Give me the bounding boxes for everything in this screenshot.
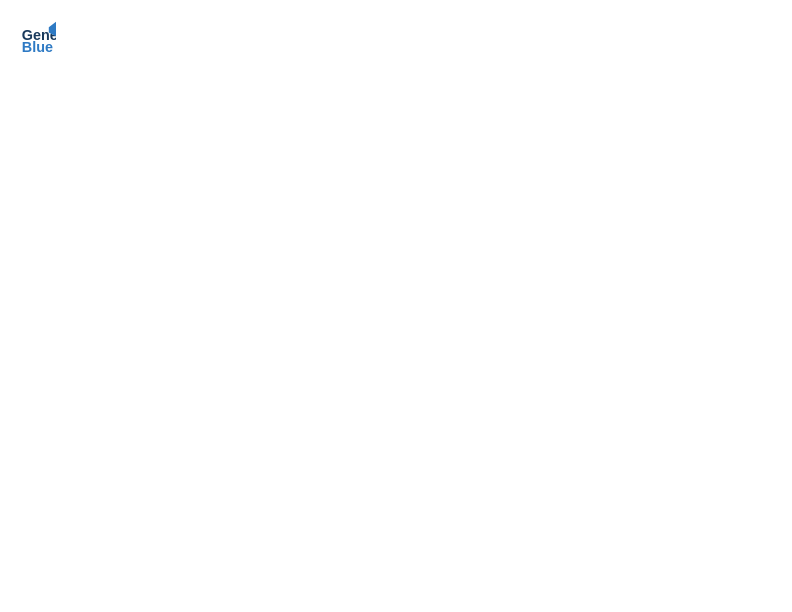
- logo-icon: General Blue: [20, 20, 56, 56]
- logo: General Blue: [20, 20, 56, 56]
- page-header: General Blue: [20, 20, 772, 56]
- svg-text:Blue: Blue: [22, 39, 53, 55]
